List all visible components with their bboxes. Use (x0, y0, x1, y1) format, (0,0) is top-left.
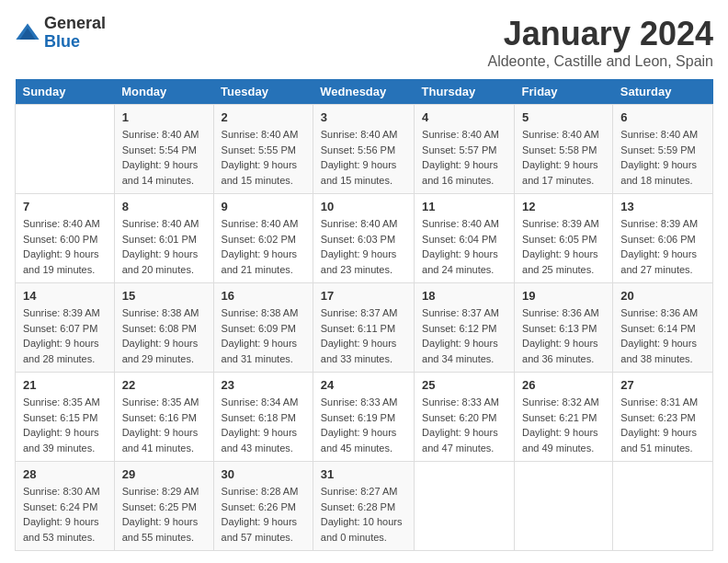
calendar-cell: 28 Sunrise: 8:30 AM Sunset: 6:24 PM Dayl… (16, 462, 115, 551)
sunrise-text: Sunrise: 8:40 AM (522, 129, 599, 140)
day-number: 11 (422, 200, 506, 213)
calendar-cell: 7 Sunrise: 8:40 AM Sunset: 6:00 PM Dayli… (16, 194, 115, 283)
daylight-text: Daylight: 9 hours and 20 minutes. (122, 248, 199, 275)
daylight-text: Daylight: 9 hours and 43 minutes. (222, 427, 298, 454)
daylight-text: Daylight: 9 hours and 17 minutes. (522, 159, 598, 186)
day-info: Sunrise: 8:40 AM Sunset: 5:57 PM Dayligh… (422, 127, 506, 188)
calendar-cell: 17 Sunrise: 8:37 AM Sunset: 6:11 PM Dayl… (313, 283, 414, 373)
day-number: 6 (620, 110, 705, 124)
sunrise-text: Sunrise: 8:33 AM (422, 396, 499, 408)
sunrise-text: Sunrise: 8:27 AM (321, 486, 398, 497)
day-info: Sunrise: 8:40 AM Sunset: 5:55 PM Dayligh… (222, 127, 305, 188)
daylight-text: Daylight: 10 hours and 0 minutes. (321, 516, 403, 543)
sunset-text: Sunset: 6:23 PM (620, 412, 695, 423)
day-number: 15 (122, 289, 206, 303)
calendar-cell: 30 Sunrise: 8:28 AM Sunset: 6:26 PM Dayl… (213, 462, 313, 551)
daylight-text: Daylight: 9 hours and 29 minutes. (122, 338, 199, 364)
sunrise-text: Sunrise: 8:37 AM (321, 307, 398, 318)
day-info: Sunrise: 8:40 AM Sunset: 6:02 PM Dayligh… (222, 216, 305, 277)
day-info: Sunrise: 8:40 AM Sunset: 6:01 PM Dayligh… (122, 216, 206, 277)
sunset-text: Sunset: 6:13 PM (522, 323, 597, 334)
sunrise-text: Sunrise: 8:40 AM (122, 218, 199, 229)
logo-text: General Blue (44, 15, 106, 52)
day-number: 9 (222, 200, 305, 213)
day-number: 16 (222, 289, 305, 303)
sunset-text: Sunset: 5:57 PM (422, 144, 496, 155)
day-number: 13 (620, 200, 705, 213)
day-info: Sunrise: 8:33 AM Sunset: 6:19 PM Dayligh… (321, 395, 406, 455)
sunrise-text: Sunrise: 8:28 AM (222, 486, 299, 497)
sunset-text: Sunset: 6:15 PM (23, 412, 97, 423)
sunrise-text: Sunrise: 8:40 AM (321, 218, 398, 229)
daylight-text: Daylight: 9 hours and 24 minutes. (422, 248, 498, 275)
sunrise-text: Sunrise: 8:32 AM (522, 396, 599, 408)
sunrise-text: Sunrise: 8:40 AM (122, 129, 199, 140)
calendar-cell: 25 Sunrise: 8:33 AM Sunset: 6:20 PM Dayl… (415, 373, 515, 462)
day-info: Sunrise: 8:36 AM Sunset: 6:14 PM Dayligh… (620, 305, 705, 366)
day-info: Sunrise: 8:37 AM Sunset: 6:11 PM Dayligh… (321, 305, 406, 366)
day-number: 1 (122, 110, 206, 124)
sunset-text: Sunset: 6:01 PM (122, 234, 197, 245)
calendar-cell: 27 Sunrise: 8:31 AM Sunset: 6:23 PM Dayl… (613, 373, 713, 462)
sunset-text: Sunset: 6:09 PM (222, 323, 296, 334)
day-number: 24 (321, 378, 406, 392)
weekday-header-saturday: Saturday (613, 79, 713, 105)
calendar-cell: 31 Sunrise: 8:27 AM Sunset: 6:28 PM Dayl… (313, 462, 414, 551)
day-number: 25 (422, 378, 506, 392)
calendar-cell: 8 Sunrise: 8:40 AM Sunset: 6:01 PM Dayli… (114, 194, 213, 283)
sunset-text: Sunset: 6:18 PM (222, 412, 296, 423)
day-number: 18 (422, 289, 506, 303)
daylight-text: Daylight: 9 hours and 18 minutes. (620, 159, 697, 186)
day-info: Sunrise: 8:30 AM Sunset: 6:24 PM Dayligh… (23, 484, 107, 545)
sunrise-text: Sunrise: 8:31 AM (620, 396, 698, 408)
calendar-week-row: 28 Sunrise: 8:30 AM Sunset: 6:24 PM Dayl… (16, 462, 713, 551)
calendar-cell (515, 462, 613, 551)
day-number: 30 (222, 467, 305, 481)
sunset-text: Sunset: 5:59 PM (620, 144, 695, 155)
calendar-cell: 10 Sunrise: 8:40 AM Sunset: 6:03 PM Dayl… (313, 194, 414, 283)
sunset-text: Sunset: 6:28 PM (321, 501, 395, 512)
sunset-text: Sunset: 6:20 PM (422, 412, 496, 423)
daylight-text: Daylight: 9 hours and 16 minutes. (422, 159, 498, 186)
calendar-cell (415, 462, 515, 551)
daylight-text: Daylight: 9 hours and 27 minutes. (620, 248, 697, 275)
day-info: Sunrise: 8:40 AM Sunset: 5:59 PM Dayligh… (620, 127, 705, 188)
sunrise-text: Sunrise: 8:39 AM (23, 307, 100, 318)
daylight-text: Daylight: 9 hours and 31 minutes. (222, 338, 298, 364)
weekday-header-sunday: Sunday (16, 79, 115, 105)
sunrise-text: Sunrise: 8:40 AM (422, 218, 499, 229)
calendar-week-row: 7 Sunrise: 8:40 AM Sunset: 6:00 PM Dayli… (16, 194, 713, 283)
sunset-text: Sunset: 6:04 PM (422, 234, 496, 245)
day-number: 17 (321, 289, 406, 303)
daylight-text: Daylight: 9 hours and 39 minutes. (23, 427, 99, 454)
daylight-text: Daylight: 9 hours and 33 minutes. (321, 338, 397, 364)
day-number: 28 (23, 467, 107, 481)
sunset-text: Sunset: 5:58 PM (522, 144, 597, 155)
sunrise-text: Sunrise: 8:40 AM (222, 129, 299, 140)
logo: General Blue (15, 15, 106, 52)
sunset-text: Sunset: 5:56 PM (321, 144, 395, 155)
calendar-cell: 12 Sunrise: 8:39 AM Sunset: 6:05 PM Dayl… (515, 194, 613, 283)
page-header: General Blue January 2024 Aldeonte, Cast… (15, 15, 713, 70)
calendar-week-row: 14 Sunrise: 8:39 AM Sunset: 6:07 PM Dayl… (16, 283, 713, 373)
daylight-text: Daylight: 9 hours and 19 minutes. (23, 248, 99, 275)
calendar-cell: 20 Sunrise: 8:36 AM Sunset: 6:14 PM Dayl… (613, 283, 713, 373)
sunrise-text: Sunrise: 8:40 AM (222, 218, 299, 229)
daylight-text: Daylight: 9 hours and 45 minutes. (321, 427, 397, 454)
calendar-cell: 3 Sunrise: 8:40 AM Sunset: 5:56 PM Dayli… (313, 105, 414, 194)
day-number: 8 (122, 200, 206, 213)
day-info: Sunrise: 8:27 AM Sunset: 6:28 PM Dayligh… (321, 484, 406, 545)
calendar-cell: 5 Sunrise: 8:40 AM Sunset: 5:58 PM Dayli… (515, 105, 613, 194)
calendar-cell: 16 Sunrise: 8:38 AM Sunset: 6:09 PM Dayl… (213, 283, 313, 373)
day-info: Sunrise: 8:39 AM Sunset: 6:07 PM Dayligh… (23, 305, 107, 366)
calendar-cell: 26 Sunrise: 8:32 AM Sunset: 6:21 PM Dayl… (515, 373, 613, 462)
sunrise-text: Sunrise: 8:36 AM (522, 307, 599, 318)
day-info: Sunrise: 8:40 AM Sunset: 5:58 PM Dayligh… (522, 127, 605, 188)
day-info: Sunrise: 8:34 AM Sunset: 6:18 PM Dayligh… (222, 395, 305, 455)
daylight-text: Daylight: 9 hours and 34 minutes. (422, 338, 498, 364)
sunset-text: Sunset: 6:05 PM (522, 234, 597, 245)
day-info: Sunrise: 8:29 AM Sunset: 6:25 PM Dayligh… (122, 484, 206, 545)
day-info: Sunrise: 8:40 AM Sunset: 5:56 PM Dayligh… (321, 127, 406, 188)
calendar-cell: 21 Sunrise: 8:35 AM Sunset: 6:15 PM Dayl… (16, 373, 115, 462)
daylight-text: Daylight: 9 hours and 53 minutes. (23, 516, 99, 543)
